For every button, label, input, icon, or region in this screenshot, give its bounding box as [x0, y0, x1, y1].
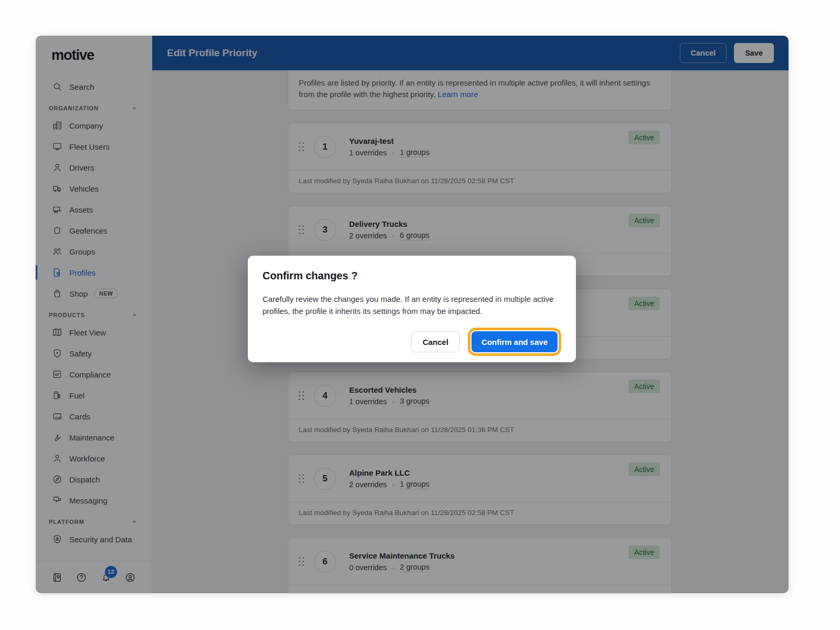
app-window: motive Search ORGANIZATION Company Fleet…: [36, 36, 789, 593]
screenshot-stage: motive Search ORGANIZATION Company Fleet…: [0, 0, 840, 630]
confirm-and-save-button[interactable]: Confirm and save: [471, 331, 558, 352]
dialog-cancel-button[interactable]: Cancel: [411, 331, 460, 352]
confirm-changes-dialog: Confirm changes ? Carefully review the c…: [248, 256, 576, 362]
highlight-ring: Confirm and save: [468, 328, 561, 356]
dialog-title: Confirm changes ?: [262, 270, 561, 282]
dialog-body: Carefully review the changes you made. I…: [262, 293, 561, 317]
